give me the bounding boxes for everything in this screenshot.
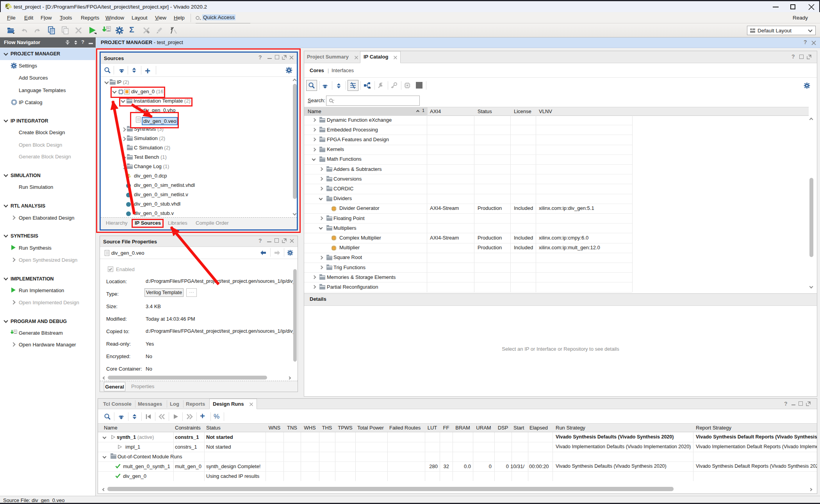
svg-text:10: 10 — [14, 332, 17, 334]
svg-text:10: 10 — [107, 29, 110, 32]
